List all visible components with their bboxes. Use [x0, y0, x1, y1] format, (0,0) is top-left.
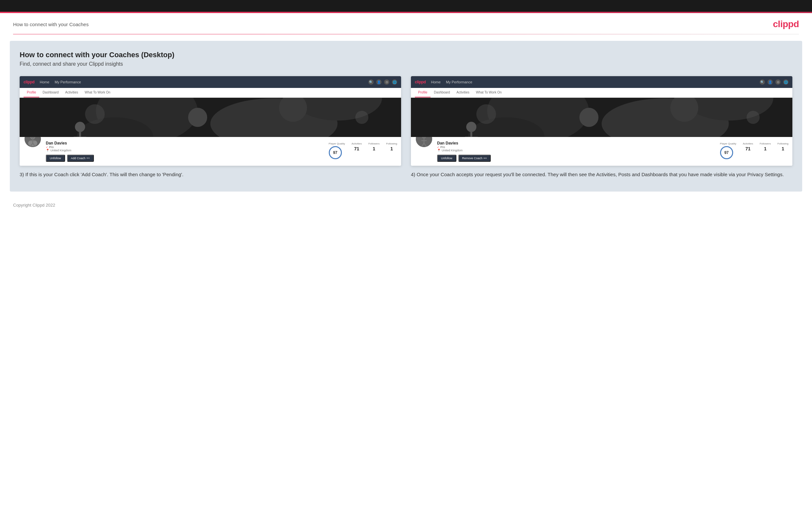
right-profile-banner — [411, 98, 792, 137]
left-tab-activities[interactable]: Activities — [62, 88, 81, 98]
left-role-text: Pro — [49, 146, 54, 149]
header: How to connect with your Coaches clippd — [0, 13, 812, 34]
left-following-value: 1 — [386, 146, 397, 151]
left-mock-logo: clippd — [23, 80, 35, 84]
left-stat-following: Following 1 — [386, 142, 397, 151]
svg-point-27 — [466, 122, 476, 132]
left-screenshot: clippd Home My Performance Profile Dashb… — [20, 76, 401, 166]
right-profile-info: Dan Davies Pro 📍 United Kingdom Unfollow — [411, 137, 792, 166]
right-user-details: Dan Davies Pro 📍 United Kingdom Unfollow — [437, 139, 491, 162]
two-column-layout: clippd Home My Performance Profile Dashb… — [20, 76, 792, 178]
add-coach-label: Add Coach — [71, 157, 86, 160]
left-mock-nav: clippd Home My Performance — [20, 76, 401, 88]
left-globe-icon[interactable] — [392, 79, 397, 84]
main-content: How to connect with your Coaches (Deskto… — [10, 41, 802, 191]
right-stat-following: Following 1 — [777, 142, 789, 151]
left-activities-value: 71 — [351, 146, 362, 151]
right-stats: Player Quality 97 Activities 71 Follower… — [720, 139, 789, 159]
remove-coach-label: Remove Coach — [462, 157, 483, 160]
right-role-text: Pro — [440, 146, 445, 149]
right-tab-what-to-work-on[interactable]: What To Work On — [473, 88, 505, 98]
left-followers-value: 1 — [368, 146, 379, 151]
left-quality-circle: 97 — [329, 146, 342, 159]
right-pin-icon: 📍 — [437, 149, 441, 152]
logo: clippd — [773, 19, 799, 30]
right-globe-icon[interactable] — [783, 79, 789, 84]
left-activities-label: Activities — [351, 142, 362, 145]
left-unfollow-button[interactable]: Unfollow — [46, 155, 65, 162]
top-bar — [0, 0, 812, 12]
right-action-buttons: Unfollow Remove Coach × — [437, 155, 491, 162]
left-check-icon — [46, 146, 48, 149]
left-add-coach-button[interactable]: Add Coach + — [67, 155, 94, 162]
left-user-name: Dan Davies — [46, 141, 94, 146]
right-description: 4) Once your Coach accepts your request … — [411, 171, 792, 178]
left-stat-quality: Player Quality 97 — [329, 142, 345, 159]
left-profile-info: Dan Davies Pro 📍 United Kingdom Unfollow — [20, 137, 401, 166]
right-remove-coach-button[interactable]: Remove Coach × — [458, 155, 491, 162]
left-user-location: 📍 United Kingdom — [46, 149, 94, 152]
right-check-icon — [437, 146, 439, 149]
left-quality-label: Player Quality — [329, 142, 345, 145]
right-activities-value: 71 — [743, 146, 753, 151]
left-tab-dashboard[interactable]: Dashboard — [39, 88, 62, 98]
right-quality-label: Player Quality — [720, 142, 737, 145]
left-tab-what-to-work-on[interactable]: What To Work On — [82, 88, 114, 98]
left-pin-icon: 📍 — [46, 149, 49, 152]
right-activities-label: Activities — [743, 142, 753, 145]
left-nav-home[interactable]: Home — [40, 80, 49, 84]
right-stat-activities: Activities 71 — [743, 142, 753, 151]
right-screenshot: clippd Home My Performance Profile Dashb… — [411, 76, 792, 166]
right-tab-activities[interactable]: Activities — [453, 88, 472, 98]
right-followers-value: 1 — [760, 146, 771, 151]
copyright-text: Copyright Clippd 2022 — [13, 203, 55, 208]
right-followers-label: Followers — [760, 142, 771, 145]
left-followers-label: Followers — [368, 142, 379, 145]
left-panel: clippd Home My Performance Profile Dashb… — [20, 76, 401, 178]
left-description: 3) If this is your Coach click 'Add Coac… — [20, 171, 401, 178]
left-stat-activities: Activities 71 — [351, 142, 362, 151]
right-mock-nav: clippd Home My Performance — [411, 76, 792, 88]
left-profile-banner — [20, 98, 401, 137]
right-following-label: Following — [777, 142, 789, 145]
section-subtitle: Find, connect and share your Clippd insi… — [20, 61, 792, 67]
right-settings-icon[interactable] — [775, 79, 780, 84]
svg-point-7 — [75, 122, 85, 132]
left-user-details: Dan Davies Pro 📍 United Kingdom Unfollow — [46, 139, 94, 162]
right-nav-icons — [760, 79, 789, 84]
svg-point-6 — [188, 108, 207, 127]
left-tabs: Profile Dashboard Activities What To Wor… — [20, 88, 401, 98]
right-mock-logo: clippd — [415, 80, 426, 84]
right-user-icon[interactable] — [767, 79, 773, 84]
svg-point-26 — [579, 108, 598, 127]
right-location-text: United Kingdom — [442, 149, 463, 152]
right-user-role: Pro — [437, 146, 491, 149]
right-banner-image — [411, 98, 792, 137]
right-nav-my-performance[interactable]: My Performance — [446, 80, 472, 84]
footer: Copyright Clippd 2022 — [0, 198, 812, 212]
left-location-text: United Kingdom — [50, 149, 71, 152]
left-nav-icons — [368, 79, 397, 84]
left-nav-my-performance[interactable]: My Performance — [55, 80, 81, 84]
right-nav-home[interactable]: Home — [431, 80, 441, 84]
left-user-icon[interactable] — [376, 79, 382, 84]
right-panel: clippd Home My Performance Profile Dashb… — [411, 76, 792, 178]
right-stat-followers: Followers 1 — [760, 142, 771, 151]
left-stats: Player Quality 97 Activities 71 Follower… — [329, 139, 397, 159]
left-following-label: Following — [386, 142, 397, 145]
x-icon: × — [484, 157, 487, 160]
right-stat-quality: Player Quality 97 — [720, 142, 737, 159]
left-settings-icon[interactable] — [384, 79, 389, 84]
section-title: How to connect with your Coaches (Deskto… — [20, 51, 792, 59]
left-user-role: Pro — [46, 146, 94, 149]
right-tab-dashboard[interactable]: Dashboard — [430, 88, 453, 98]
right-unfollow-button[interactable]: Unfollow — [437, 155, 456, 162]
right-user-location: 📍 United Kingdom — [437, 149, 491, 152]
right-search-icon[interactable] — [760, 79, 765, 84]
left-search-icon[interactable] — [368, 79, 373, 84]
header-divider — [13, 34, 799, 34]
left-tab-profile[interactable]: Profile — [23, 88, 39, 98]
right-following-value: 1 — [777, 146, 789, 151]
left-stat-followers: Followers 1 — [368, 142, 379, 151]
right-tab-profile[interactable]: Profile — [415, 88, 430, 98]
